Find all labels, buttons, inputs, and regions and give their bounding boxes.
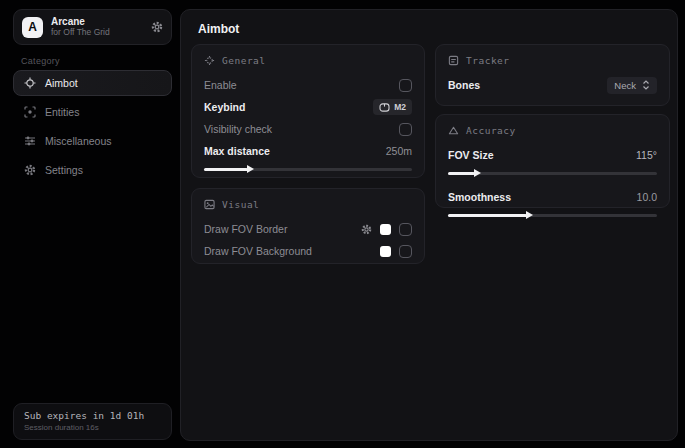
visual-header: Visual (222, 199, 259, 210)
subscription-status-card: Sub expires in 1d 01h Session duration 1… (13, 403, 172, 440)
sub-expiry-text: Sub expires in 1d 01h (24, 410, 161, 421)
image-icon (204, 199, 215, 210)
fov-border-color-swatch[interactable] (380, 224, 391, 235)
fov-size-row: FOV Size 115° (448, 144, 657, 166)
general-card: General Enable Keybind M2 Visibility che… (191, 44, 425, 178)
fov-border-label: Draw FOV Border (204, 223, 287, 235)
sidebar-item-label: Miscellaneous (45, 135, 112, 147)
visibility-check-row: Visibility check (204, 118, 412, 140)
sliders-icon (24, 135, 36, 147)
mouse-icon (379, 103, 390, 112)
fov-background-checkbox[interactable] (399, 245, 412, 258)
visibility-checkbox[interactable] (399, 123, 412, 136)
enable-checkbox[interactable] (399, 79, 412, 92)
scan-person-icon (24, 106, 36, 118)
slider-thumb[interactable] (526, 211, 533, 219)
fov-background-label: Draw FOV Background (204, 245, 312, 257)
max-distance-slider[interactable] (204, 168, 412, 171)
crosshair-icon (24, 77, 36, 89)
accuracy-card: Accuracy FOV Size 115° Smoothness 10.0 (435, 114, 670, 208)
smoothness-row: Smoothness 10.0 (448, 186, 657, 208)
fov-size-value: 115° (636, 149, 657, 161)
sidebar-item-aimbot[interactable]: Aimbot (13, 70, 172, 96)
fov-background-row: Draw FOV Background (204, 240, 412, 262)
sidebar-nav: Aimbot Entities Miscellaneous (13, 70, 172, 186)
keybind-button[interactable]: M2 (373, 99, 412, 115)
main-panel: Aimbot General Enable Keybind (180, 9, 678, 441)
app-logo: A (22, 17, 43, 38)
sidebar-item-label: Settings (45, 164, 83, 176)
sidebar: A Arcane for Off The Grid Category Aimbo… (0, 0, 178, 448)
tracker-header: Tracker (466, 55, 510, 66)
bones-select[interactable]: Neck (607, 77, 657, 94)
bones-label: Bones (448, 79, 480, 91)
sidebar-item-entities[interactable]: Entities (13, 99, 172, 125)
keybind-value: M2 (394, 102, 406, 112)
max-distance-label: Max distance (204, 145, 270, 157)
keybind-label: Keybind (204, 101, 245, 113)
angle-icon (448, 125, 459, 136)
category-label: Category (21, 56, 60, 66)
bones-value: Neck (614, 80, 636, 91)
slider-thumb[interactable] (247, 165, 254, 173)
sidebar-item-settings[interactable]: Settings (13, 157, 172, 183)
sidebar-item-miscellaneous[interactable]: Miscellaneous (13, 128, 172, 154)
tracker-card: Tracker Bones Neck (435, 44, 670, 106)
fov-size-label: FOV Size (448, 149, 494, 161)
visual-card: Visual Draw FOV Border Draw FOV Backgrou… (191, 188, 425, 264)
general-header: General (222, 55, 266, 66)
max-distance-row: Max distance 250m (204, 140, 412, 162)
crosshair-icon (204, 55, 215, 66)
smoothness-slider[interactable] (448, 214, 657, 217)
session-duration-text: Session duration 16s (24, 423, 161, 432)
fov-border-checkbox[interactable] (399, 223, 412, 236)
logo-card: A Arcane for Off The Grid (13, 9, 172, 45)
app-subtitle: for Off The Grid (51, 28, 151, 38)
bones-row: Bones Neck (448, 74, 657, 96)
visibility-check-label: Visibility check (204, 123, 272, 135)
tracker-icon (448, 55, 459, 66)
accuracy-header: Accuracy (466, 125, 516, 136)
smoothness-label: Smoothness (448, 191, 511, 203)
page-title: Aimbot (198, 22, 239, 36)
slider-thumb[interactable] (474, 169, 481, 177)
keybind-row: Keybind M2 (204, 96, 412, 118)
gear-icon[interactable] (151, 21, 163, 33)
gear-icon (24, 164, 36, 176)
enable-row: Enable (204, 74, 412, 96)
max-distance-value: 250m (386, 145, 412, 157)
sidebar-item-label: Entities (45, 106, 79, 118)
chevron-up-down-icon (642, 80, 650, 90)
gear-icon[interactable] (361, 224, 372, 235)
fov-size-slider[interactable] (448, 172, 657, 175)
enable-label: Enable (204, 79, 237, 91)
fov-border-row: Draw FOV Border (204, 218, 412, 240)
sidebar-item-label: Aimbot (45, 77, 78, 89)
smoothness-value: 10.0 (637, 191, 657, 203)
fov-background-color-swatch[interactable] (380, 246, 391, 257)
